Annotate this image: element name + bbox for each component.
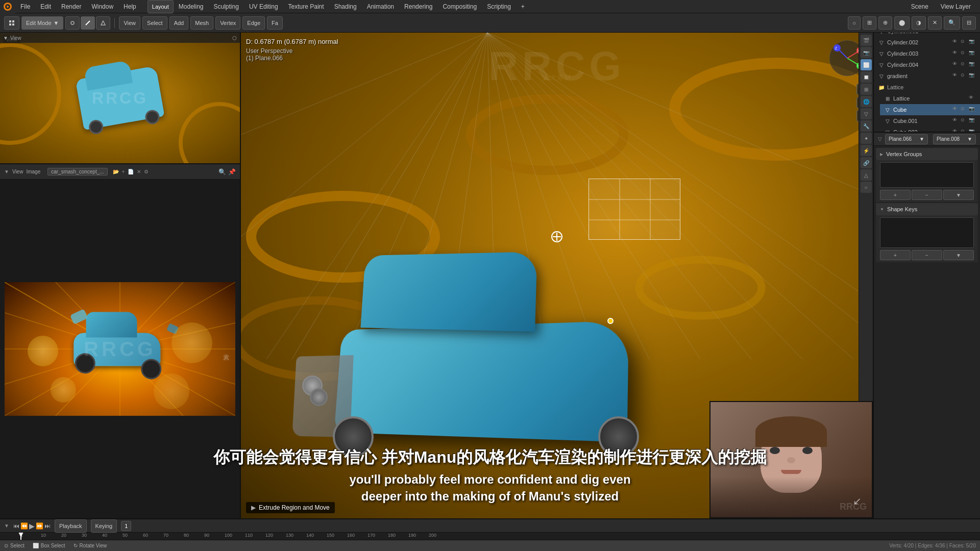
outliner-item-cube002[interactable]: ▽ Cube.002 👁 ⊙ 📷 [880,127,980,132]
outliner-item-cylinder002[interactable]: ▽ Cylinder.002 👁 ⊙ 📷 [874,37,980,48]
mini-viewport-expand[interactable]: ⬡ [232,35,237,41]
image-editor-close-icon[interactable]: ✕ [137,169,141,174]
cyl003-render-icon[interactable]: 📷 [969,50,976,57]
tab-compositing[interactable]: Compositing [437,0,482,13]
snap-icon[interactable]: ⊞ [863,16,876,30]
face-select-mode[interactable] [96,16,110,30]
cube002-render-icon[interactable]: 📷 [969,129,976,132]
cyl002-render-icon[interactable]: 📷 [969,39,976,46]
particles-props-icon[interactable]: ✦ [861,133,872,144]
jump-start-btn[interactable]: ⏮ [13,522,19,530]
blender-logo-icon[interactable] [0,0,15,13]
view-layer-selector[interactable]: View Layer [936,0,976,13]
current-frame-display[interactable]: 1 [121,521,131,531]
constraints-props-icon[interactable]: 🔗 [861,157,872,168]
tab-rendering[interactable]: Rendering [399,0,437,13]
search-icon[interactable]: 🔍 [944,16,960,30]
image-filename[interactable]: car_smash_concept_... [47,168,107,176]
image-editor-open-icon[interactable]: 📄 [128,169,134,174]
tab-shading[interactable]: Shading [329,0,362,13]
physics-props-icon[interactable]: ⚡ [861,145,872,156]
outliner-item-lattice-collection[interactable]: 📁 Lattice [874,82,980,93]
outliner-item-gradient[interactable]: ▽ gradient 👁 ⊙ 📷 [874,70,980,82]
cube-vis-icon[interactable]: 👁 [952,106,960,113]
output-props-icon[interactable]: ⬜ [861,59,872,70]
timeline-type-icon[interactable]: ▼ [4,523,9,529]
image-editor-new-icon[interactable]: + [122,169,125,174]
render-props-icon[interactable]: 📷 [861,47,872,58]
gizmo-icon[interactable]: ✕ [928,16,942,30]
image-editor-canvas[interactable]: RRCG 人大素材 [0,180,240,518]
jump-end-btn[interactable]: ⏭ [44,522,51,530]
cyl003-sel-icon[interactable]: ⊙ [961,50,968,57]
keying-btn[interactable]: Keying [91,519,117,533]
menu-window[interactable]: Window [86,0,118,13]
vg-specials-btn[interactable]: ▼ [943,190,974,200]
menu-render[interactable]: Render [56,0,86,13]
next-keyframe-btn[interactable]: ⏩ [36,522,43,530]
vertex-select-mode[interactable] [65,16,80,30]
sk-remove-btn[interactable]: − [912,250,942,260]
viewport-display-icon[interactable] [4,16,19,30]
cyl002-vis-icon[interactable]: 👁 [952,39,960,46]
object-props-icon[interactable]: ▽ [861,108,872,119]
image-editor-image-btn[interactable]: Image [26,169,40,174]
filter-icon[interactable]: ⊟ [962,16,976,30]
tab-sculpting[interactable]: Sculpting [209,0,244,13]
edge-select-mode[interactable] [81,16,95,30]
mini-3d-viewport[interactable]: RRCG View ▼ View ⬡ [0,33,240,164]
menu-edit[interactable]: Edit [35,0,56,13]
cube001-sel-icon[interactable]: ⊙ [961,117,968,124]
viewport-shading-icon[interactable]: ◑ [912,16,926,30]
view-layer-props-icon[interactable]: 🔲 [861,71,872,83]
tab-layout[interactable]: Layout [148,0,174,13]
play-btn[interactable]: ▶ [29,522,35,530]
sk-specials-btn[interactable]: ▼ [943,250,974,260]
vg-remove-btn[interactable]: − [912,190,942,200]
playback-btn[interactable]: Playback [55,519,87,533]
vertex-menu[interactable]: Vertex [215,16,240,30]
mode-selector[interactable]: Edit Mode ▼ [21,16,63,30]
menu-help[interactable]: Help [118,0,141,13]
cyl003-vis-icon[interactable]: 👁 [952,50,960,57]
active-object-bottom-selector[interactable]: Plane.008 ▼ [933,134,976,144]
lat-vis-icon[interactable]: 👁 [969,95,976,102]
modifier-props-icon[interactable]: 🔧 [861,120,872,132]
transform-pivot-icon[interactable]: ⊕ [878,16,892,30]
material-props-icon[interactable]: ○ [861,182,872,193]
tab-add[interactable]: + [516,0,530,13]
menu-file[interactable]: File [15,0,35,13]
cube002-vis-icon[interactable]: 👁 [952,129,960,132]
cyl004-vis-icon[interactable]: 👁 [952,61,960,68]
tab-modeling[interactable]: Modeling [174,0,209,13]
tab-texture-paint[interactable]: Texture Paint [283,0,329,13]
select-menu[interactable]: Select [142,16,167,30]
cyl004-render-icon[interactable]: 📷 [969,61,976,68]
sk-add-btn[interactable]: + [880,250,911,260]
mesh-menu[interactable]: Mesh [190,16,213,30]
image-editor-type-icon[interactable]: ▼ [4,169,9,174]
shape-keys-header[interactable]: ▼ Shape Keys [876,203,978,215]
image-zoom-icon[interactable]: 🔍 [218,168,226,176]
outliner-item-cylinder003[interactable]: ▽ Cylinder.003 👁 ⊙ 📷 [874,48,980,59]
outliner-item-cube[interactable]: ▽ Cube 👁 ⊙ 📷 [880,104,980,115]
add-menu[interactable]: Add [169,16,189,30]
outliner-item-lattice-obj[interactable]: ⊞ Lattice 👁 [880,93,980,104]
scene-props-icon[interactable]: 🎬 [861,35,872,46]
tab-scripting[interactable]: Scripting [482,0,516,13]
grad-render-icon[interactable]: 📷 [969,72,976,80]
cyl004-sel-icon[interactable]: ⊙ [961,61,968,68]
tab-uv-editing[interactable]: UV Editing [244,0,283,13]
cube001-vis-icon[interactable]: 👁 [952,117,960,124]
proportional-edit-icon[interactable]: ○ [848,16,861,30]
vertex-groups-header[interactable]: ▶ Vertex Groups [876,148,978,160]
vg-add-btn[interactable]: + [880,190,911,200]
scene-data-icon[interactable]: ⊞ [861,84,872,95]
overlay-icon[interactable]: ⬤ [894,16,910,30]
world-props-icon[interactable]: 🌐 [861,96,872,107]
scene-selector[interactable]: Scene [906,0,934,13]
image-editor-view-btn[interactable]: View [12,169,23,174]
object-data-props-icon[interactable]: △ [861,169,872,181]
tab-animation[interactable]: Animation [362,0,399,13]
grad-sel-icon[interactable]: ⊙ [961,72,968,80]
